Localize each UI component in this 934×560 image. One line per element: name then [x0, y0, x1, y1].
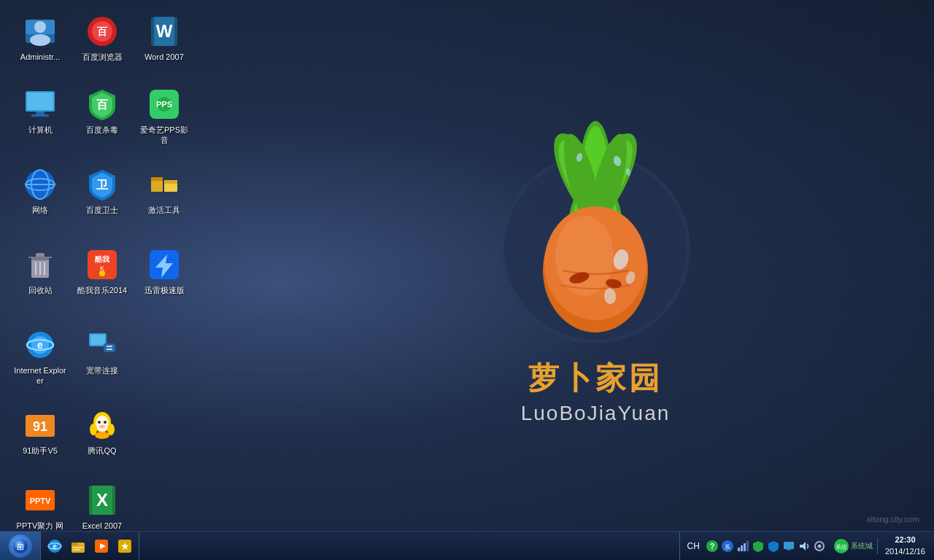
svg-rect-26 — [164, 180, 177, 184]
svg-text:百: 百 — [96, 98, 109, 111]
icon-kuwo-music-label: 酷我音乐2014 — [77, 285, 127, 295]
svg-text:W: W — [156, 21, 173, 41]
logo-text-cn: 萝卜家园 — [528, 358, 663, 399]
svg-text:PPTV: PPTV — [30, 497, 51, 505]
logo-text-en: LuoBoJiaYuan — [521, 402, 671, 425]
taskbar-ie-icon[interactable]: e — [44, 535, 66, 557]
svg-rect-93 — [73, 549, 80, 551]
svg-rect-12 — [36, 112, 45, 114]
icon-activate-tool-label: 激活工具 — [148, 205, 180, 215]
icon-administrator-label: Administr... — [20, 52, 60, 62]
icon-word-2007-label: Word 2007 — [144, 52, 184, 62]
tray-security-icon[interactable] — [767, 540, 780, 553]
icon-word-2007[interactable]: W Word 2007 — [135, 11, 193, 65]
icon-aiqiyi-pps-label: 爱奇艺PPS影音 — [138, 125, 190, 146]
svg-rect-13 — [31, 114, 49, 117]
icon-91-assistant[interactable]: 91 91助手V5 — [11, 405, 69, 459]
taskbar-quicklaunch: e ★ — [41, 532, 139, 560]
icon-network-label: 网络 — [32, 205, 48, 215]
taskbar-system-tray: CH ? 系 — [679, 532, 934, 560]
carrot-svg — [471, 103, 719, 351]
tray-monitor-icon[interactable] — [782, 540, 795, 553]
taskbar-star-icon[interactable]: ★ — [114, 535, 136, 557]
icon-baidu-browser[interactable]: 百 百度浏览器 — [73, 11, 131, 65]
icon-ie-label: Internet Explorer — [14, 365, 66, 386]
svg-point-53 — [98, 421, 101, 424]
taskbar: ⊞ e — [0, 531, 934, 560]
svg-rect-91 — [72, 542, 77, 545]
tray-speaker-icon[interactable] — [798, 540, 811, 553]
svg-text:X: X — [96, 490, 108, 510]
icon-broadband[interactable]: 宽带连接 — [73, 324, 131, 378]
svg-text:e: e — [53, 542, 57, 551]
svg-rect-102 — [738, 548, 740, 551]
icon-xunlei[interactable]: 迅雷极速版 — [135, 244, 193, 298]
svg-rect-104 — [744, 543, 746, 551]
lang-indicator[interactable]: CH — [684, 541, 703, 551]
taskbar-media-icon[interactable] — [90, 535, 112, 557]
icon-excel-2007[interactable]: X Excel 2007 — [73, 480, 131, 534]
svg-rect-107 — [787, 549, 791, 551]
desktop-icons-container: Administr... 百 百度浏览器 W Word 2007 — [7, 7, 226, 518]
svg-text:百: 百 — [97, 26, 108, 37]
svg-point-52 — [96, 416, 109, 432]
icon-excel-2007-label: Excel 2007 — [82, 521, 122, 531]
svg-point-54 — [104, 421, 107, 424]
svg-point-79 — [555, 216, 614, 296]
icon-ie[interactable]: e Internet Explorer — [11, 324, 69, 389]
svg-marker-108 — [800, 542, 806, 551]
watermark: xitong.city.com — [867, 515, 919, 524]
svg-point-37 — [99, 271, 105, 276]
icon-baidu-antivirus[interactable]: 百 百度杀毒 — [73, 84, 131, 138]
tray-settings-icon[interactable] — [813, 540, 826, 553]
icon-recycle-bin[interactable]: 回收站 — [11, 244, 69, 298]
svg-text:e: e — [37, 339, 43, 351]
icon-recycle-bin-label: 回收站 — [28, 285, 53, 295]
tray-help-icon[interactable]: ? — [706, 540, 719, 553]
taskbar-explorer-icon[interactable] — [67, 535, 89, 557]
desktop: Administr... 百 百度浏览器 W Word 2007 — [0, 0, 934, 560]
icon-baidu-guard-label: 百度卫士 — [86, 205, 118, 215]
icon-computer-label: 计算机 — [28, 125, 53, 135]
svg-text:系统: 系统 — [835, 544, 847, 551]
icon-aiqiyi-pps[interactable]: PPS 爱奇艺PPS影音 — [135, 84, 193, 149]
svg-text:⊞: ⊞ — [17, 542, 24, 552]
icon-baidu-antivirus-label: 百度杀毒 — [86, 125, 118, 135]
tray-network-icon[interactable] — [736, 540, 749, 553]
start-orb-icon: ⊞ — [9, 534, 32, 558]
svg-text:酷我: 酷我 — [95, 255, 110, 263]
svg-point-55 — [99, 425, 105, 428]
svg-text:PPS: PPS — [156, 100, 172, 109]
svg-rect-11 — [27, 93, 53, 110]
svg-rect-92 — [73, 547, 83, 548]
icon-computer[interactable]: 计算机 — [11, 84, 69, 138]
icon-tencent-qq[interactable]: 腾讯QQ — [73, 405, 131, 459]
icon-tencent-qq-label: 腾讯QQ — [88, 446, 116, 456]
system-tray-icons: ? 系 — [706, 540, 826, 553]
svg-point-3 — [30, 34, 50, 46]
svg-text:91: 91 — [33, 419, 47, 434]
svg-rect-105 — [746, 541, 749, 551]
svg-rect-106 — [784, 542, 794, 549]
svg-rect-45 — [90, 335, 105, 345]
svg-text:★: ★ — [120, 540, 130, 552]
icon-broadband-label: 宽带连接 — [86, 365, 118, 376]
svg-rect-24 — [151, 177, 163, 181]
system-brand: 系统 系统城 — [829, 538, 878, 554]
svg-text:?: ? — [710, 542, 715, 551]
wallpaper-logo: 萝卜家园 LuoBoJiaYuan — [435, 103, 756, 425]
tray-shield-icon[interactable] — [752, 540, 765, 553]
svg-rect-46 — [104, 343, 115, 352]
svg-text:卫: 卫 — [96, 179, 109, 191]
icon-network[interactable]: 网络 — [11, 164, 69, 218]
svg-text:系: 系 — [725, 544, 730, 551]
tray-system-icon[interactable]: 系 — [721, 540, 734, 553]
icon-91-assistant-label: 91助手V5 — [23, 446, 58, 456]
icon-kuwo-music[interactable]: 酷我 K 酷我音乐2014 — [73, 244, 131, 298]
start-button[interactable]: ⊞ — [0, 532, 41, 561]
svg-rect-103 — [741, 545, 743, 551]
icon-administrator[interactable]: Administr... — [11, 11, 69, 65]
icon-baidu-guard[interactable]: 卫 百度卫士 — [73, 164, 131, 218]
icon-activate-tool[interactable]: 激活工具 — [135, 164, 193, 218]
taskbar-clock[interactable]: 22:30 2014/12/16 — [881, 534, 930, 557]
